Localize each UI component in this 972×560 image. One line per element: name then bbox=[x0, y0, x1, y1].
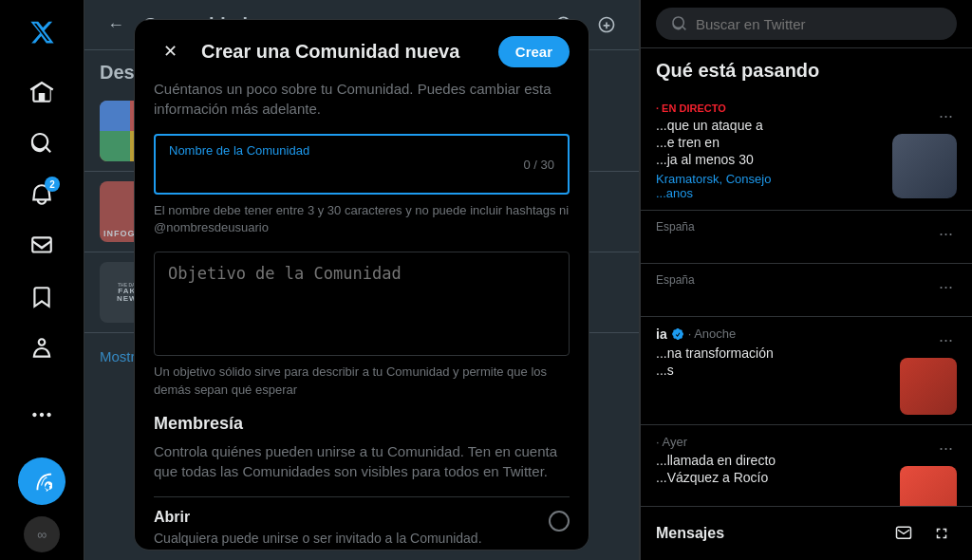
main-content-area: ← Comunidades Descubre G bbox=[84, 0, 640, 560]
mensajes-bar: Mensajes bbox=[641, 506, 972, 560]
modal-header: ✕ Crear una Comunidad nueva Crear bbox=[135, 20, 589, 79]
membresia-title: Membresía bbox=[154, 414, 570, 434]
create-community-modal: ✕ Crear una Comunidad nueva Crear Cuénta… bbox=[134, 19, 589, 551]
search-input[interactable] bbox=[696, 16, 942, 32]
community-objetivo-input[interactable] bbox=[168, 264, 555, 340]
community-name-label: Nombre de la Comunidad bbox=[169, 143, 309, 158]
objetivo-hint: Un objetivo sólido sirve para describir … bbox=[154, 364, 570, 398]
membership-option-abrir[interactable]: Abrir Cualquiera puede unirse o ser invi… bbox=[154, 496, 570, 551]
trending-section: Qué está pasando · EN DIRECTO ...que un … bbox=[641, 48, 972, 506]
trend-item-1[interactable]: · EN DIRECTO ...que un ataque a...e tren… bbox=[641, 93, 972, 211]
right-sidebar: Qué está pasando · EN DIRECTO ...que un … bbox=[640, 0, 972, 560]
trend-thumb-1 bbox=[892, 134, 957, 198]
search-bar-container bbox=[641, 0, 972, 48]
modal-body: Nombre de la Comunidad 0 / 30 El nombre … bbox=[135, 134, 589, 551]
search-icon bbox=[671, 15, 688, 32]
modal-close-button[interactable]: ✕ bbox=[154, 35, 186, 67]
compose-message-icon[interactable] bbox=[888, 518, 919, 549]
mensajes-title: Mensajes bbox=[656, 525, 724, 542]
abrir-radio[interactable] bbox=[549, 511, 570, 532]
verified-icon bbox=[671, 327, 684, 341]
home-nav-item[interactable] bbox=[18, 68, 65, 116]
name-input-hint: El nombre debe tener entre 3 y 30 caract… bbox=[154, 202, 570, 236]
community-name-input-wrap: Nombre de la Comunidad 0 / 30 bbox=[154, 134, 570, 195]
messages-nav-item[interactable] bbox=[18, 222, 65, 270]
trend-item-5[interactable]: · Ayer ...llamada en directo...Vázquez a… bbox=[641, 425, 972, 506]
trend-item-2[interactable]: España ··· bbox=[641, 211, 972, 264]
trend-item-3[interactable]: España ··· bbox=[641, 264, 972, 317]
trending-title: Qué está pasando bbox=[641, 48, 972, 93]
search-input-wrap[interactable] bbox=[656, 8, 957, 40]
modal-overlay: ✕ Crear una Comunidad nueva Crear Cuénta… bbox=[84, 0, 639, 560]
name-character-counter: 0 / 30 bbox=[523, 158, 554, 172]
trend-dots-2[interactable]: ··· bbox=[935, 220, 957, 248]
twitter-logo[interactable] bbox=[17, 8, 66, 61]
modal-title: Crear una Comunidad nueva bbox=[201, 41, 483, 63]
notifications-nav-item[interactable]: 2 bbox=[18, 171, 65, 218]
trend-dots-5[interactable]: ··· bbox=[935, 435, 957, 462]
trend-dots-4[interactable]: ··· bbox=[935, 327, 957, 354]
left-sidebar: 2 ∞ bbox=[0, 0, 84, 560]
trend-item-4[interactable]: ia · Anoche ...na transformación...s ··· bbox=[641, 317, 972, 425]
more-nav-item[interactable] bbox=[18, 391, 65, 439]
trend-thumb-4 bbox=[900, 358, 957, 415]
community-objetivo-wrap bbox=[154, 252, 570, 356]
bookmarks-nav-item[interactable] bbox=[18, 273, 65, 321]
profile-nav-item[interactable] bbox=[18, 325, 65, 372]
compose-button[interactable] bbox=[18, 457, 65, 505]
notifications-badge: 2 bbox=[45, 177, 60, 192]
membresia-description: Controla quiénes pueden unirse a tu Comu… bbox=[154, 441, 570, 481]
grok-icon[interactable]: ∞ bbox=[24, 516, 60, 552]
trend-dots-3[interactable]: ··· bbox=[935, 273, 957, 301]
crear-button[interactable]: Crear bbox=[498, 36, 570, 67]
modal-subtitle: Cuéntanos un poco sobre tu Comunidad. Pu… bbox=[135, 79, 589, 134]
explore-nav-item[interactable] bbox=[18, 120, 65, 167]
trend-dots-1[interactable]: ··· bbox=[935, 103, 957, 130]
expand-messages-icon[interactable] bbox=[926, 518, 957, 549]
trend-thumb-5 bbox=[900, 466, 957, 506]
